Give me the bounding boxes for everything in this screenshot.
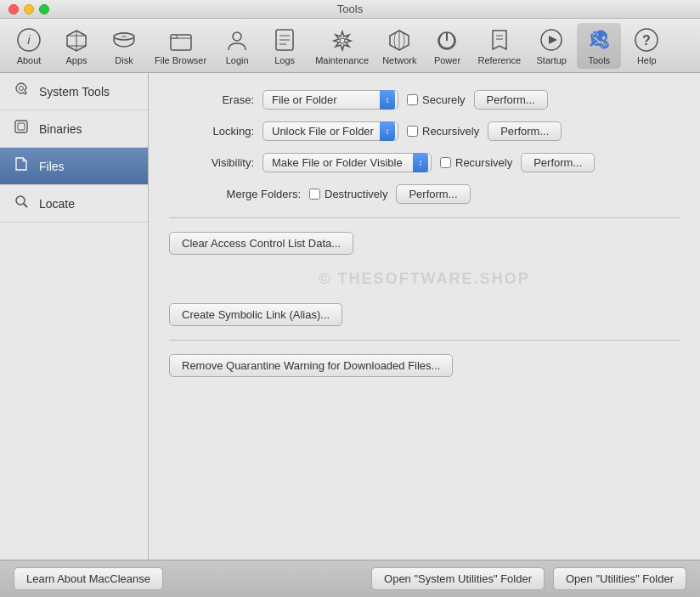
create-symlink-row: Create Symbolic Link (Alias)... xyxy=(169,303,680,326)
sidebar-item-system-tools[interactable]: System Tools xyxy=(0,73,148,110)
maximize-button[interactable] xyxy=(39,4,49,14)
power-label: Power xyxy=(434,55,460,65)
erase-checkbox-text: Securely xyxy=(422,93,466,106)
clear-acl-button[interactable]: Clear Access Control List Data... xyxy=(169,232,353,255)
svg-point-27 xyxy=(20,87,24,91)
erase-checkbox-label[interactable]: Securely xyxy=(407,93,466,106)
remove-quarantine-button[interactable]: Remove Quarantine Warning for Downloaded… xyxy=(169,354,453,377)
footer-right-buttons: Open "System Utilities" Folder Open "Uti… xyxy=(371,567,686,590)
sidebar-item-files[interactable]: Files xyxy=(0,148,148,185)
toolbar-item-logs[interactable]: Logs xyxy=(262,23,307,69)
files-label: Files xyxy=(39,160,65,173)
toolbar-item-reference[interactable]: Reference xyxy=(472,23,526,69)
sidebar-item-locate[interactable]: Locate xyxy=(0,185,148,222)
files-icon xyxy=(12,156,31,176)
about-icon: i xyxy=(15,26,42,54)
help-icon: ? xyxy=(633,26,660,54)
locking-label: Locking: xyxy=(169,125,254,138)
locking-checkbox-label[interactable]: Recursively xyxy=(407,125,479,138)
reference-icon xyxy=(486,26,513,54)
erase-row: Erase: File or Folder Free Space Entire … xyxy=(169,90,680,110)
sidebar-item-binaries[interactable]: Binaries xyxy=(0,110,148,148)
close-button[interactable] xyxy=(8,4,19,14)
open-utilities-button[interactable]: Open "Utilities" Folder xyxy=(553,567,686,590)
footer: Learn About MacCleanse Open "System Util… xyxy=(0,560,700,597)
toolbar-item-login[interactable]: Login xyxy=(215,23,259,69)
merge-checkbox-label[interactable]: Destructively xyxy=(309,188,387,200)
system-tools-icon xyxy=(12,82,31,101)
toolbar-item-maintenance[interactable]: Maintenance xyxy=(310,23,374,69)
toolbar: i About Apps Disk xyxy=(0,19,700,73)
visibility-select[interactable]: Make File or Folder Visible Make File or… xyxy=(262,153,432,172)
open-system-utilities-button[interactable]: Open "System Utilities" Folder xyxy=(371,567,545,590)
locking-row: Locking: Unlock File or Folder Lock File… xyxy=(169,121,680,141)
logs-label: Logs xyxy=(274,55,295,65)
separator-2 xyxy=(169,340,680,341)
disk-label: Disk xyxy=(115,55,133,65)
svg-point-7 xyxy=(121,35,127,37)
locking-perform-button[interactable]: Perform... xyxy=(488,121,562,141)
toolbar-item-power[interactable]: Power xyxy=(425,23,469,69)
svg-rect-29 xyxy=(18,123,25,130)
disk-icon xyxy=(110,26,138,54)
merge-row: Merge Folders: Destructively Perform... xyxy=(169,184,680,204)
locking-checkbox[interactable] xyxy=(407,126,418,137)
locking-checkbox-text: Recursively xyxy=(422,125,479,138)
watermark: © THESOFTWARE.SHOP xyxy=(169,270,680,288)
svg-text:i: i xyxy=(27,32,31,47)
binaries-icon xyxy=(12,119,31,138)
login-label: Login xyxy=(226,55,249,65)
svg-line-31 xyxy=(24,204,27,207)
toolbar-item-tools[interactable]: Tools xyxy=(577,23,621,69)
visibility-perform-button[interactable]: Perform... xyxy=(521,153,595,172)
erase-checkbox[interactable] xyxy=(407,94,418,105)
toolbar-item-help[interactable]: ? Help xyxy=(624,23,669,69)
network-icon xyxy=(386,26,413,54)
merge-perform-button[interactable]: Perform... xyxy=(396,184,470,204)
erase-perform-button[interactable]: Perform... xyxy=(474,90,548,110)
merge-label: Merge Folders: xyxy=(169,188,301,200)
toolbar-item-disk[interactable]: Disk xyxy=(102,23,146,69)
window-controls[interactable] xyxy=(8,4,49,14)
visibility-checkbox[interactable] xyxy=(440,157,451,168)
login-icon xyxy=(223,26,251,54)
svg-point-9 xyxy=(233,32,241,41)
visibility-row: Visibility: Make File or Folder Visible … xyxy=(169,153,680,172)
startup-label: Startup xyxy=(537,55,567,65)
logs-icon xyxy=(271,26,298,54)
reference-label: Reference xyxy=(477,55,521,65)
minimize-button[interactable] xyxy=(24,4,34,14)
toolbar-item-about[interactable]: i About xyxy=(7,23,51,69)
merge-checkbox[interactable] xyxy=(309,189,320,200)
window-title: Tools xyxy=(337,3,363,15)
toolbar-item-apps[interactable]: Apps xyxy=(54,23,99,69)
toolbar-item-filebrowser[interactable]: File Browser xyxy=(150,23,212,69)
locking-select[interactable]: Unlock File or Folder Lock File or Folde… xyxy=(262,121,398,141)
visibility-select-wrap: Make File or Folder Visible Make File or… xyxy=(262,153,432,172)
maintenance-icon xyxy=(329,26,356,54)
toolbar-item-network[interactable]: Network xyxy=(377,23,421,69)
help-label: Help xyxy=(637,55,657,65)
filebrowser-icon xyxy=(167,26,195,54)
learn-about-button[interactable]: Learn About MacCleanse xyxy=(14,567,163,590)
power-icon xyxy=(433,26,460,54)
startup-icon xyxy=(538,26,565,54)
main-layout: System Tools Binaries Files xyxy=(0,73,700,560)
titlebar: Tools xyxy=(0,0,700,19)
create-symlink-button[interactable]: Create Symbolic Link (Alias)... xyxy=(169,303,342,326)
locate-label: Locate xyxy=(39,197,75,211)
binaries-label: Binaries xyxy=(39,122,82,136)
erase-select[interactable]: File or Folder Free Space Entire Disk xyxy=(262,90,398,110)
visibility-checkbox-label[interactable]: Recursively xyxy=(440,156,512,169)
svg-point-14 xyxy=(340,38,345,43)
system-tools-label: System Tools xyxy=(39,85,110,99)
toolbar-item-startup[interactable]: Startup xyxy=(529,23,573,69)
visibility-checkbox-text: Recursively xyxy=(455,156,512,169)
remove-quarantine-row: Remove Quarantine Warning for Downloaded… xyxy=(169,354,680,377)
merge-checkbox-text: Destructively xyxy=(325,188,387,200)
svg-rect-28 xyxy=(15,121,27,132)
clear-acl-row: Clear Access Control List Data... xyxy=(169,232,680,255)
apps-label: Apps xyxy=(65,55,87,65)
locate-icon xyxy=(12,194,31,213)
erase-select-wrap: File or Folder Free Space Entire Disk ↕ xyxy=(262,90,398,110)
